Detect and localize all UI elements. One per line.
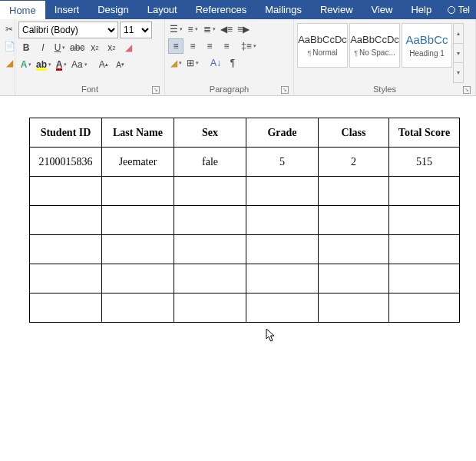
font-size-select[interactable]: 11	[120, 22, 152, 38]
table-cell[interactable]	[389, 177, 460, 206]
table-cell[interactable]	[30, 294, 102, 323]
table-cell[interactable]	[319, 177, 389, 206]
styles-up[interactable]: ▴	[454, 24, 463, 44]
table-cell[interactable]	[102, 206, 174, 235]
table-cell[interactable]	[246, 206, 319, 235]
borders-button[interactable]: ⊞▾	[185, 55, 200, 71]
tab-home[interactable]: Home	[0, 0, 45, 19]
style-normal[interactable]: AaBbCcDc ¶Normal	[297, 23, 348, 68]
sort-button[interactable]: A↓	[208, 55, 223, 71]
table-header-cell[interactable]: Total Score	[389, 118, 460, 148]
tab-references[interactable]: References	[187, 0, 256, 19]
paragraph-launcher[interactable]: ↘	[281, 86, 289, 94]
styles-more[interactable]: ▾	[454, 63, 463, 82]
tab-layout[interactable]: Layout	[138, 0, 187, 19]
superscript-button[interactable]: x2	[104, 40, 119, 55]
italic-button[interactable]: I	[35, 40, 51, 55]
line-spacing-button[interactable]: ‡≡▾	[240, 38, 257, 54]
font-name-select[interactable]: Calibri (Body)	[18, 22, 118, 38]
strikethrough-button[interactable]: abc	[69, 40, 85, 55]
table-cell[interactable]	[319, 235, 389, 264]
table-cell[interactable]	[246, 177, 319, 206]
table-cell[interactable]	[319, 294, 389, 323]
table-header-cell[interactable]: Class	[319, 118, 389, 148]
numbering-button[interactable]: ≡▾	[185, 22, 200, 37]
table-cell[interactable]	[389, 206, 460, 235]
tab-review[interactable]: Review	[311, 0, 362, 19]
font-launcher[interactable]: ↘	[152, 86, 160, 94]
table-cell[interactable]: 2100015836	[30, 148, 102, 177]
subscript-button[interactable]: x2	[87, 40, 102, 55]
clipboard-group: ✂ 📄 ◢	[2, 21, 13, 70]
shading-button[interactable]: ◢▾	[168, 55, 183, 71]
tab-insert[interactable]: Insert	[45, 0, 89, 19]
table-cell[interactable]: fale	[174, 148, 246, 177]
clear-formatting-button[interactable]: ◢	[121, 40, 136, 55]
document-table[interactable]: Student IDLast NameSexGradeClassTotal Sc…	[29, 118, 460, 323]
table-cell[interactable]: 5	[246, 148, 319, 177]
increase-indent-button[interactable]: ≡▶	[236, 22, 251, 37]
bullets-button[interactable]: ☰▾	[168, 22, 183, 37]
align-right-button[interactable]: ≡	[202, 38, 217, 54]
table-cell[interactable]	[102, 264, 174, 294]
table-cell[interactable]	[246, 294, 319, 323]
multilevel-button[interactable]: ≣▾	[202, 22, 217, 37]
tab-view[interactable]: View	[362, 0, 402, 19]
align-center-button[interactable]: ≡	[185, 38, 200, 54]
highlight-button[interactable]: ab▾	[35, 57, 52, 72]
show-marks-button[interactable]: ¶	[225, 55, 240, 71]
indent-icon: ≡▶	[237, 24, 250, 35]
table-cell[interactable]	[246, 264, 319, 294]
styles-launcher[interactable]: ↘	[463, 86, 471, 94]
table-cell[interactable]: Jeemater	[102, 148, 174, 177]
style-heading1[interactable]: AaBbCc Heading 1	[402, 23, 452, 68]
shrink-font-button[interactable]: A▾	[113, 57, 128, 72]
table-cell[interactable]	[174, 264, 246, 294]
font-color-button[interactable]: A▾	[54, 57, 69, 72]
table-cell[interactable]	[102, 294, 174, 323]
underline-button[interactable]: U▾	[52, 40, 68, 55]
copy-button[interactable]: 📄	[2, 39, 17, 53]
grow-font-button[interactable]: A▴	[96, 57, 111, 72]
tab-mailings[interactable]: Mailings	[256, 0, 311, 19]
table-header-cell[interactable]: Grade	[246, 118, 319, 148]
table-cell[interactable]	[30, 206, 102, 235]
cut-button[interactable]: ✂	[2, 22, 17, 36]
table-cell[interactable]	[102, 177, 174, 206]
table-cell[interactable]	[174, 294, 246, 323]
table-header-cell[interactable]: Sex	[174, 118, 246, 148]
table-cell[interactable]	[174, 206, 246, 235]
table-header-cell[interactable]: Last Name	[102, 118, 174, 148]
justify-button[interactable]: ≡	[219, 38, 234, 54]
table-row	[30, 206, 460, 235]
table-cell[interactable]	[30, 235, 102, 264]
styles-down[interactable]: ▾	[454, 44, 463, 64]
table-cell[interactable]	[319, 264, 389, 294]
table-cell[interactable]	[389, 264, 460, 294]
table-cell[interactable]	[30, 177, 102, 206]
style-no-spacing[interactable]: AaBbCcDc ¶No Spac...	[349, 23, 400, 68]
table-cell[interactable]: 2	[319, 148, 389, 177]
table-cell[interactable]	[389, 235, 460, 264]
document-area[interactable]: Student IDLast NameSexGradeClassTotal Sc…	[0, 96, 476, 323]
table-cell[interactable]	[389, 294, 460, 323]
tab-design[interactable]: Design	[88, 0, 137, 19]
table-header-cell[interactable]: Student ID	[30, 118, 102, 148]
table-cell[interactable]	[102, 235, 174, 264]
align-left-button[interactable]: ≡	[168, 38, 183, 54]
format-painter-button[interactable]: ◢	[2, 56, 17, 70]
bullets-icon: ☰	[170, 24, 178, 35]
style-preview: AaBbCc	[405, 33, 448, 46]
bold-button[interactable]: B	[18, 40, 34, 55]
table-cell[interactable]	[174, 235, 246, 264]
decrease-indent-button[interactable]: ◀≡	[219, 22, 234, 37]
text-effects-button[interactable]: A▾	[18, 57, 34, 72]
table-cell[interactable]	[30, 264, 102, 294]
tab-help[interactable]: Help	[402, 0, 441, 19]
table-cell[interactable]	[319, 206, 389, 235]
change-case-button[interactable]: Aa▾	[71, 57, 88, 72]
tell-me[interactable]: Tel	[441, 0, 476, 19]
table-cell[interactable]: 515	[389, 148, 460, 177]
table-cell[interactable]	[246, 235, 319, 264]
table-cell[interactable]	[174, 177, 246, 206]
